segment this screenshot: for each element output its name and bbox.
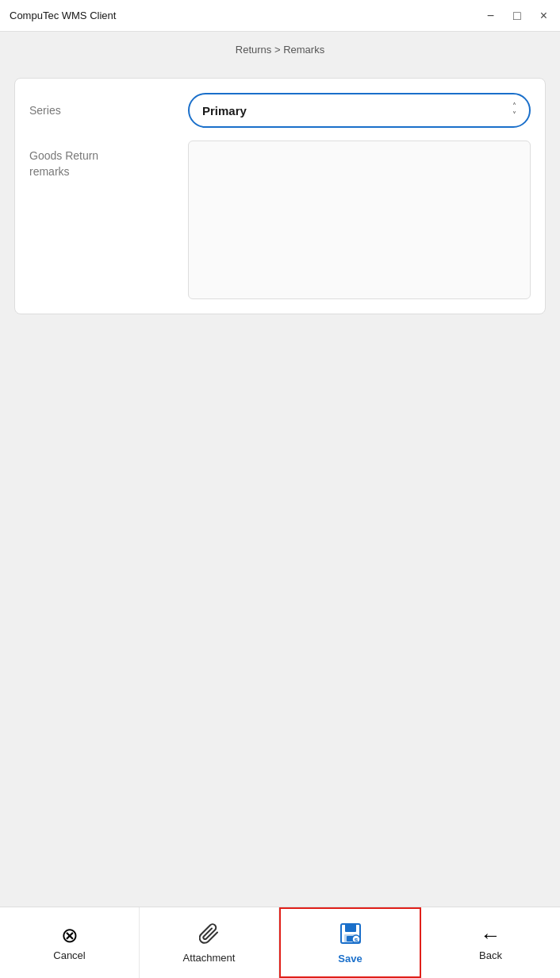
attachment-button[interactable]: Attachment: [140, 907, 279, 978]
back-icon: ←: [481, 925, 501, 945]
title-bar: CompuTec WMS Client − □ ×: [0, 0, 560, 32]
back-label: Back: [479, 949, 502, 961]
series-dropdown-value: Primary: [202, 104, 247, 117]
minimize-button[interactable]: −: [484, 8, 497, 24]
cancel-button[interactable]: ⊗ Cancel: [0, 907, 140, 978]
svg-rect-1: [345, 924, 356, 932]
svg-text:$: $: [354, 937, 358, 944]
series-dropdown[interactable]: Primary ˄ ˅: [188, 93, 531, 128]
series-row: Series Primary ˄ ˅: [29, 93, 531, 128]
maximize-button[interactable]: □: [510, 8, 524, 24]
remarks-textarea[interactable]: [188, 141, 531, 299]
breadcrumb: Returns > Remarks: [0, 32, 560, 67]
attachment-label: Attachment: [183, 952, 236, 964]
form-card: Series Primary ˄ ˅ Goods Return remarks: [14, 78, 546, 314]
save-icon: $: [339, 922, 362, 949]
bottom-toolbar: ⊗ Cancel Attachment $ Save ← Back: [0, 907, 560, 978]
chevron-down-icon: ˄ ˅: [512, 102, 516, 119]
cancel-icon: ⊗: [61, 925, 79, 945]
save-button[interactable]: $ Save: [279, 907, 421, 978]
remarks-label: Goods Return remarks: [29, 141, 188, 179]
series-label: Series: [29, 104, 188, 117]
remarks-row: Goods Return remarks: [29, 141, 531, 299]
cancel-label: Cancel: [53, 949, 85, 961]
save-label: Save: [338, 953, 362, 965]
back-button[interactable]: ← Back: [421, 907, 560, 978]
main-content: Series Primary ˄ ˅ Goods Return remarks: [0, 67, 560, 907]
close-button[interactable]: ×: [537, 8, 550, 24]
window-controls: − □ ×: [484, 8, 550, 24]
window-title: CompuTec WMS Client: [10, 10, 116, 21]
attachment-icon: [199, 922, 220, 948]
breadcrumb-text: Returns > Remarks: [236, 44, 324, 56]
